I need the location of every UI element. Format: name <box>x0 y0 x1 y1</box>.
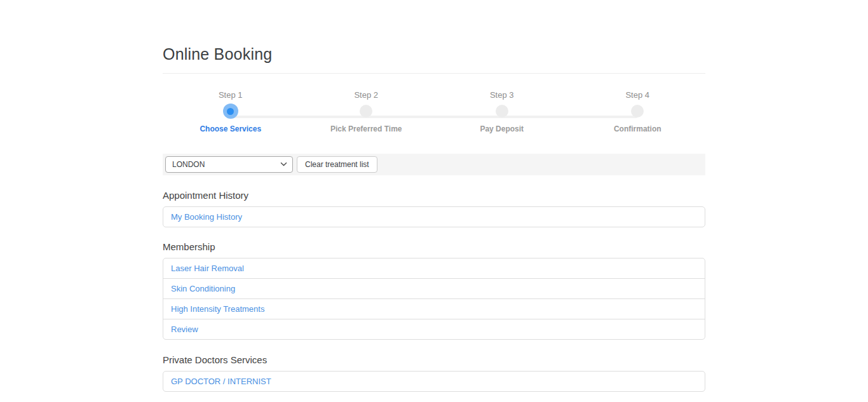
step-name-label: Choose Services <box>163 124 299 133</box>
step-number-label: Step 2 <box>299 90 435 102</box>
step-circle <box>496 105 508 117</box>
page-title: Online Booking <box>163 45 705 64</box>
list-item-my-booking-history[interactable]: My Booking History <box>163 207 705 227</box>
stepper-step-3: Step 3 Pay Deposit <box>434 90 570 133</box>
location-select[interactable]: LONDON <box>165 156 293 173</box>
list-item-high-intensity-treatments[interactable]: High Intensity Treatments <box>163 299 705 319</box>
section-heading-private-doctors: Private Doctors Services <box>163 354 705 365</box>
list-item-gp-doctor-internist[interactable]: GP DOCTOR / INTERNIST <box>163 372 705 391</box>
step-name-label: Pay Deposit <box>434 124 570 133</box>
step-name-label: Confirmation <box>570 124 706 133</box>
list-item-laser-hair-removal[interactable]: Laser Hair Removal <box>163 258 705 279</box>
step-number-label: Step 4 <box>570 90 706 102</box>
private-doctors-list: GP DOCTOR / INTERNIST <box>163 371 705 392</box>
stepper-step-4: Step 4 Confirmation <box>570 90 706 133</box>
membership-list: Laser Hair Removal Skin Conditioning Hig… <box>163 258 705 340</box>
step-circle <box>631 105 644 117</box>
filter-toolbar: LONDON Clear treatment list <box>163 154 705 175</box>
online-booking-page: Online Booking Step 1 Choose Services St… <box>0 45 868 402</box>
step-circle-active <box>223 104 238 119</box>
location-select-wrap: LONDON <box>165 156 293 173</box>
list-item-review[interactable]: Review <box>163 319 705 339</box>
booking-stepper: Step 1 Choose Services Step 2 Pick Prefe… <box>163 90 705 133</box>
appointment-history-list: My Booking History <box>163 206 705 227</box>
main-content: Online Booking Step 1 Choose Services St… <box>163 45 705 392</box>
step-number-label: Step 1 <box>163 90 299 102</box>
list-item-skin-conditioning[interactable]: Skin Conditioning <box>163 279 705 299</box>
step-name-label: Pick Preferred Time <box>299 124 435 133</box>
clear-treatment-list-button[interactable]: Clear treatment list <box>297 156 377 173</box>
step-circle <box>360 105 372 117</box>
stepper-step-2: Step 2 Pick Preferred Time <box>299 90 435 133</box>
stepper-step-1: Step 1 Choose Services <box>163 90 299 133</box>
section-heading-membership: Membership <box>163 241 705 252</box>
step-number-label: Step 3 <box>434 90 570 102</box>
section-heading-appointment-history: Appointment History <box>163 190 705 201</box>
title-divider <box>163 73 705 74</box>
